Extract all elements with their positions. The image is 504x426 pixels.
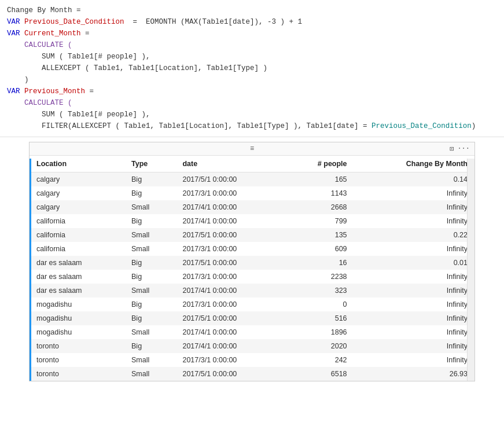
cell-type: Small <box>124 353 175 367</box>
cell-date: 2017/4/1 0:00:00 <box>175 284 285 298</box>
code-line-line4: CALCULATE ( <box>7 39 497 51</box>
code-token: FILTER(ALLEXCEPT ( Table1, Table1[Locati… <box>7 122 371 130</box>
cell-change: Infinity <box>354 214 474 228</box>
cell-people: 2668 <box>285 200 354 214</box>
cell-type: Big <box>124 298 175 311</box>
toolbar-right-icons[interactable]: ⊡ ··· <box>450 145 470 153</box>
menu-icon: ≡ <box>250 145 254 153</box>
table-row: torontoSmall2017/5/1 0:00:00651826.93 <box>30 367 474 381</box>
code-token: VAR <box>7 18 24 26</box>
cell-change: Infinity <box>354 242 474 256</box>
col-header-location: Location <box>30 156 124 172</box>
cell-date: 2017/4/1 0:00:00 <box>175 339 285 353</box>
cell-location: toronto <box>30 339 124 353</box>
table-row: californiaBig2017/4/1 0:00:00799Infinity <box>30 214 474 228</box>
cell-location: dar es salaam <box>30 270 124 284</box>
cell-type: Small <box>124 228 175 242</box>
code-line-line8: VAR Previous_Month = <box>7 86 497 97</box>
code-line-line6: ALLEXCEPT ( Table1, Table1[Location], Ta… <box>7 63 497 74</box>
table-row: calgaryBig2017/5/1 0:00:001650.14 <box>30 172 474 187</box>
code-line-line3: VAR Current_Month = <box>7 28 497 39</box>
table-row: dar es salaamBig2017/3/1 0:00:002238Infi… <box>30 270 474 284</box>
cell-change: 0.22 <box>354 228 474 242</box>
table-row: calgarySmall2017/4/1 0:00:002668Infinity <box>30 200 474 214</box>
scrollbar-thumb[interactable] <box>469 258 473 281</box>
code-token: Previous_Date_Condition <box>24 18 124 26</box>
cell-people: 609 <box>285 242 354 256</box>
cell-date: 2017/3/1 0:00:00 <box>175 242 285 256</box>
cell-change: Infinity <box>354 298 474 311</box>
code-token: = <box>85 87 94 96</box>
code-token: SUM ( Table1[# people] ), <box>7 53 150 61</box>
cell-type: Big <box>124 214 175 228</box>
cell-type: Big <box>124 172 175 187</box>
table-toolbar: ≡ ⊡ ··· <box>30 142 474 156</box>
cell-type: Small <box>124 325 175 339</box>
code-line-line2: VAR Previous_Date_Condition = EOMONTH (M… <box>7 16 497 28</box>
code-token: = EOMONTH (MAX(Table1[date]), -3 ) + 1 <box>124 18 303 26</box>
code-token: CALCULATE ( <box>7 99 72 107</box>
code-line-line11: FILTER(ALLEXCEPT ( Table1, Table1[Locati… <box>7 120 497 132</box>
cell-people: 323 <box>285 284 354 298</box>
cell-location: calgary <box>30 200 124 214</box>
table-header-row: Location Type date # people Change By Mo… <box>30 156 474 172</box>
code-token: Previous_Date_Condition <box>371 122 472 130</box>
col-header-date: date <box>175 156 285 172</box>
cell-location: calgary <box>30 186 124 200</box>
cell-type: Big <box>124 339 175 353</box>
code-line-line1: Change By Month = <box>7 5 497 16</box>
cell-location: mogadishu <box>30 311 124 325</box>
cell-date: 2017/3/1 0:00:00 <box>175 298 285 311</box>
cell-people: 516 <box>285 311 354 325</box>
table-row: calgaryBig2017/3/1 0:00:001143Infinity <box>30 186 474 200</box>
cell-change: 0.14 <box>354 172 474 187</box>
cell-location: california <box>30 228 124 242</box>
code-token: Change By Month = <box>7 6 81 14</box>
cell-location: dar es salaam <box>30 256 124 270</box>
cell-type: Small <box>124 284 175 298</box>
cell-type: Big <box>124 186 175 200</box>
cell-date: 2017/4/1 0:00:00 <box>175 200 285 214</box>
code-token: CALCULATE ( <box>7 41 72 49</box>
cell-date: 2017/5/1 0:00:00 <box>175 311 285 325</box>
cell-change: Infinity <box>354 284 474 298</box>
table-row: torontoBig2017/4/1 0:00:002020Infinity <box>30 339 474 353</box>
code-line-line9: CALCULATE ( <box>7 97 497 109</box>
code-line-line5: SUM ( Table1[# people] ), <box>7 51 497 63</box>
cell-change: Infinity <box>354 353 474 367</box>
expand-icon[interactable]: ⊡ <box>450 145 454 153</box>
code-token: Current_Month <box>24 30 81 38</box>
cell-type: Big <box>124 256 175 270</box>
cell-type: Big <box>124 270 175 284</box>
cell-location: mogadishu <box>30 298 124 311</box>
cell-date: 2017/4/1 0:00:00 <box>175 325 285 339</box>
cell-people: 799 <box>285 214 354 228</box>
cell-people: 165 <box>285 172 354 187</box>
cell-change: Infinity <box>354 186 474 200</box>
more-icon[interactable]: ··· <box>457 145 470 153</box>
cell-location: california <box>30 242 124 256</box>
cell-date: 2017/3/1 0:00:00 <box>175 270 285 284</box>
cell-date: 2017/3/1 0:00:00 <box>175 353 285 367</box>
cell-people: 1896 <box>285 325 354 339</box>
code-token: VAR <box>7 87 24 96</box>
cell-date: 2017/5/1 0:00:00 <box>175 367 285 381</box>
cell-date: 2017/5/1 0:00:00 <box>175 256 285 270</box>
table-row: mogadishuBig2017/3/1 0:00:000Infinity <box>30 298 474 311</box>
cell-change: 0.01 <box>354 256 474 270</box>
cell-location: toronto <box>30 367 124 381</box>
table-row: dar es salaamSmall2017/4/1 0:00:00323Inf… <box>30 284 474 298</box>
cell-people: 6518 <box>285 367 354 381</box>
col-header-type: Type <box>124 156 175 172</box>
cell-date: 2017/3/1 0:00:00 <box>175 186 285 200</box>
cell-people: 2020 <box>285 339 354 353</box>
table-row: dar es salaamBig2017/5/1 0:00:00160.01 <box>30 256 474 270</box>
cell-change: Infinity <box>354 311 474 325</box>
table-panel: ≡ ⊡ ··· Location Type date # people Chan… <box>29 142 475 381</box>
cell-change: Infinity <box>354 325 474 339</box>
cell-date: 2017/5/1 0:00:00 <box>175 228 285 242</box>
code-line-line10: SUM ( Table1[# people] ), <box>7 109 497 120</box>
cell-people: 1143 <box>285 186 354 200</box>
cell-location: toronto <box>30 353 124 367</box>
cell-type: Big <box>124 311 175 325</box>
